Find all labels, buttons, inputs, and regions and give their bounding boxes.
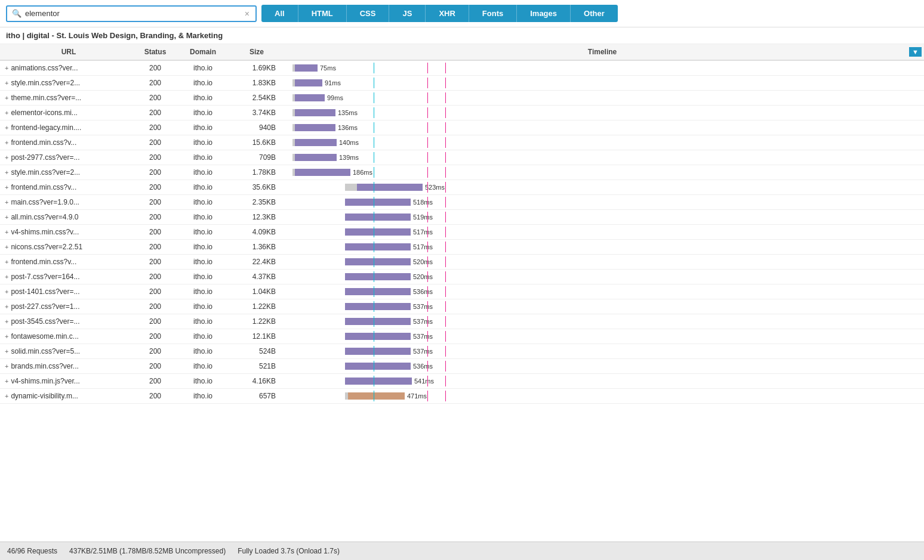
table-row[interactable]: +post-1401.css?ver=...200itho.io1.04KB53… xyxy=(0,284,924,299)
cell-domain: itho.io xyxy=(173,255,233,270)
table-row[interactable]: +all.min.css?ver=4.9.0200itho.io12.3KB51… xyxy=(0,210,924,225)
expand-icon[interactable]: + xyxy=(5,243,8,250)
table-row[interactable]: +frontend.min.css?v...200itho.io15.6KB14… xyxy=(0,135,924,150)
time-label: 518ms xyxy=(413,199,433,206)
table-row[interactable]: +frontend.min.css?v...200itho.io22.4KB52… xyxy=(0,255,924,270)
expand-icon[interactable]: + xyxy=(5,228,8,236)
vline-2 xyxy=(445,212,446,222)
expand-icon[interactable]: + xyxy=(5,94,8,101)
recv-bar xyxy=(345,288,411,295)
table-row[interactable]: +post-3545.css?ver=...200itho.io1.22KB53… xyxy=(0,314,924,329)
filter-tab-xhr[interactable]: XHR xyxy=(426,5,469,22)
expand-icon[interactable]: + xyxy=(5,64,8,72)
wait-bar xyxy=(345,184,357,191)
cell-status: 200 xyxy=(137,120,173,135)
cell-timeline: 136ms xyxy=(281,120,924,135)
time-label: 136ms xyxy=(338,124,358,131)
expand-icon[interactable]: + xyxy=(5,303,8,310)
clear-button[interactable]: × xyxy=(244,9,251,18)
expand-icon[interactable]: + xyxy=(5,124,8,131)
expand-icon[interactable]: + xyxy=(5,363,8,370)
vline-0 xyxy=(374,137,374,148)
time-label: 99ms xyxy=(327,94,343,101)
cell-size: 2.35KB xyxy=(233,195,281,210)
filter-tab-other[interactable]: Other xyxy=(571,5,618,22)
expand-icon[interactable]: + xyxy=(5,109,8,116)
recv-bar xyxy=(345,199,411,206)
expand-icon[interactable]: + xyxy=(5,139,8,146)
vline-2 xyxy=(445,122,446,133)
filter-tab-fonts[interactable]: Fonts xyxy=(469,5,517,22)
table-row[interactable]: +solid.min.css?ver=5...200itho.io524B537… xyxy=(0,344,924,359)
vline-0 xyxy=(374,152,374,163)
expand-icon[interactable]: + xyxy=(5,258,8,265)
expand-icon[interactable]: + xyxy=(5,273,8,280)
table-row[interactable]: +main.css?ver=1.9.0...200itho.io2.35KB51… xyxy=(0,195,924,210)
cell-url: +theme.min.css?ver=... xyxy=(0,91,137,106)
cell-size: 1.83KB xyxy=(233,76,281,91)
expand-icon[interactable]: + xyxy=(5,154,8,161)
expand-icon[interactable]: + xyxy=(5,318,8,325)
expand-icon[interactable]: + xyxy=(5,378,8,385)
timeline-bar: 471ms xyxy=(285,391,919,401)
cell-url: +elementor-icons.mi... xyxy=(0,106,137,120)
vline-0 xyxy=(374,92,374,103)
cell-size: 12.1KB xyxy=(233,329,281,344)
table-row[interactable]: +brands.min.css?ver...200itho.io521B536m… xyxy=(0,359,924,374)
table-row[interactable]: +v4-shims.min.js?ver...200itho.io4.16KB5… xyxy=(0,374,924,389)
table-row[interactable]: +post-2977.css?ver=...200itho.io709B139m… xyxy=(0,150,924,165)
expand-icon[interactable]: + xyxy=(5,169,8,176)
cell-timeline: 520ms xyxy=(281,255,924,270)
filter-tab-js[interactable]: JS xyxy=(389,5,426,22)
cell-size: 4.16KB xyxy=(233,374,281,389)
table-row[interactable]: +style.min.css?ver=2...200itho.io1.78KB1… xyxy=(0,165,924,180)
vline-1 xyxy=(427,63,428,73)
expand-icon[interactable]: + xyxy=(5,199,8,206)
table-row[interactable]: +theme.min.css?ver=...200itho.io2.54KB99… xyxy=(0,91,924,106)
vline-2 xyxy=(445,167,446,178)
expand-icon[interactable]: + xyxy=(5,288,8,295)
url-text: style.min.css?ver=2... xyxy=(11,168,80,177)
cell-status: 200 xyxy=(137,389,173,404)
cell-status: 200 xyxy=(137,60,173,76)
table-row[interactable]: +animations.css?ver...200itho.io1.69KB75… xyxy=(0,60,924,76)
cell-url: +animations.css?ver... xyxy=(0,60,137,76)
table-row[interactable]: +post-7.css?ver=164...200itho.io4.37KB52… xyxy=(0,270,924,284)
table-row[interactable]: +elementor-icons.mi...200itho.io3.74KB13… xyxy=(0,106,924,120)
url-text: solid.min.css?ver=5... xyxy=(11,347,80,355)
expand-icon[interactable]: + xyxy=(5,333,8,340)
table-row[interactable]: +dynamic-visibility.m...200itho.io657B47… xyxy=(0,389,924,404)
search-input[interactable] xyxy=(25,9,244,18)
filter-tab-all[interactable]: All xyxy=(261,5,298,22)
cell-domain: itho.io xyxy=(173,91,233,106)
table-row[interactable]: +fontawesome.min.c...200itho.io12.1KB537… xyxy=(0,329,924,344)
url-text: post-3545.css?ver=... xyxy=(11,317,79,326)
expand-icon[interactable]: + xyxy=(5,392,8,400)
cell-url: +frontend-legacy.min.... xyxy=(0,120,137,135)
cell-status: 200 xyxy=(137,344,173,359)
expand-icon[interactable]: + xyxy=(5,79,8,86)
table-row[interactable]: +style.min.css?ver=2...200itho.io1.83KB9… xyxy=(0,76,924,91)
timeline-bar: 518ms xyxy=(285,197,919,208)
table-row[interactable]: +post-227.css?ver=1...200itho.io1.22KB53… xyxy=(0,299,924,314)
timeline-bar: 520ms xyxy=(285,256,919,267)
table-row[interactable]: +frontend-legacy.min....200itho.io940B13… xyxy=(0,120,924,135)
cell-domain: itho.io xyxy=(173,359,233,374)
filter-tab-css[interactable]: CSS xyxy=(347,5,390,22)
timeline-bar: 537ms xyxy=(285,316,919,327)
timeline-sort-button[interactable]: ▼ xyxy=(909,47,922,57)
cell-timeline: 140ms xyxy=(281,135,924,150)
vline-2 xyxy=(445,242,446,252)
timeline-bar: 135ms xyxy=(285,107,919,118)
cell-size: 4.37KB xyxy=(233,270,281,284)
table-row[interactable]: +nicons.css?ver=2.2.51200itho.io1.36KB51… xyxy=(0,240,924,255)
filter-tab-html[interactable]: HTML xyxy=(298,5,347,22)
expand-icon[interactable]: + xyxy=(5,348,8,355)
network-table-container[interactable]: URL Status Domain Size Timeline ▼ +anima… xyxy=(0,44,924,542)
filter-tab-images[interactable]: Images xyxy=(517,5,571,22)
table-row[interactable]: +v4-shims.min.css?v...200itho.io4.09KB51… xyxy=(0,225,924,240)
expand-icon[interactable]: + xyxy=(5,184,8,191)
expand-icon[interactable]: + xyxy=(5,214,8,221)
url-text: frontend.min.css?v... xyxy=(11,183,76,191)
table-row[interactable]: +frontend.min.css?v...200itho.io35.6KB52… xyxy=(0,180,924,195)
